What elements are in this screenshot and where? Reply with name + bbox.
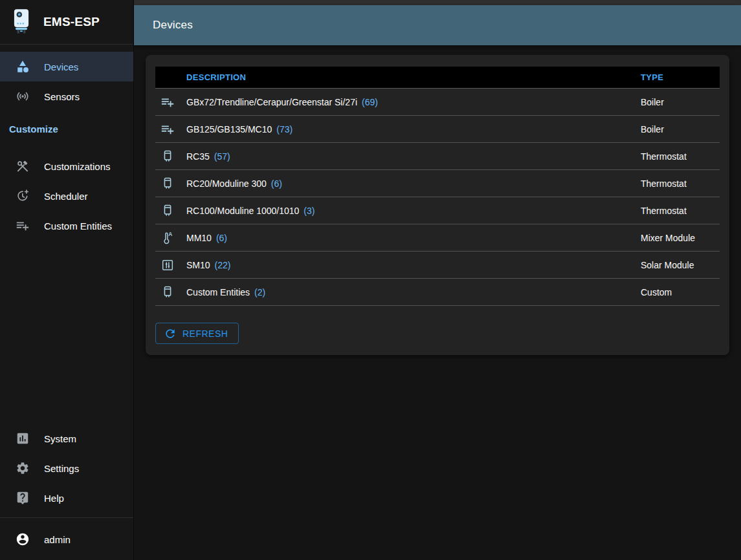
playlist-add-icon [16, 219, 30, 233]
settings-gear-icon [16, 461, 30, 475]
device-type: Thermostat [641, 151, 720, 162]
sidebar-item-help[interactable]: Help [0, 483, 133, 513]
refresh-icon [164, 327, 177, 340]
sidebar-item-custom-entities[interactable]: Custom Entities [0, 211, 133, 241]
device-entity-count: (6) [216, 233, 227, 243]
svg-text:A: A [168, 232, 172, 237]
table-row[interactable]: SM10(22) Solar Module [155, 252, 720, 279]
more-time-icon [16, 189, 30, 203]
column-header-description: DESCRIPTION [186, 72, 641, 82]
app-title: EMS-ESP [43, 15, 100, 29]
devices-card: DESCRIPTION TYPE GBx72/Trendline/Cerapur… [146, 55, 729, 355]
sidebar-header: EMS-ESP [0, 0, 133, 45]
sidebar-item-label: Custom Entities [44, 221, 112, 232]
device-description: GB125/GB135/MC10 [186, 124, 272, 135]
category-icon [16, 59, 30, 74]
sidebar-divider [0, 517, 133, 518]
sidebar-section-customize: Customize [0, 123, 133, 136]
device-icon [155, 149, 186, 164]
refresh-button-label: REFRESH [182, 328, 228, 339]
sidebar-item-devices[interactable]: Devices [0, 52, 133, 81]
column-header-type: TYPE [641, 72, 720, 82]
table-row[interactable]: A MM10(6) Mixer Module [155, 224, 720, 252]
sidebar-spacer [0, 241, 133, 424]
device-type: Boiler [641, 97, 720, 107]
account-circle-icon [16, 532, 30, 546]
appbar: Devices [134, 5, 741, 45]
refresh-button[interactable]: REFRESH [155, 323, 239, 344]
device-icon [155, 177, 186, 191]
device-description: GBx72/Trendline/Cerapur/Greenstar Si/27i [186, 97, 357, 107]
table-row[interactable]: RC100/Moduline 1000/1010(3) Thermostat [155, 197, 720, 224]
device-entity-count: (3) [304, 206, 315, 216]
sidebar-user-admin[interactable]: admin [0, 524, 133, 554]
user-name: admin [44, 534, 71, 545]
table-row[interactable]: GB125/GB135/MC10(73) Boiler [155, 116, 720, 143]
page-title: Devices [153, 19, 193, 32]
boiler-logo-icon [9, 8, 34, 36]
sidebar-customize-nav: Customizations Scheduler Custom Entities [0, 151, 133, 241]
main-area: Devices DESCRIPTION TYPE GBx72/Trendline… [134, 0, 741, 560]
table-row[interactable]: RC35(57) Thermostat [155, 143, 720, 170]
device-entity-count: (2) [254, 287, 265, 297]
solar-module-icon [155, 258, 186, 272]
devices-table: DESCRIPTION TYPE GBx72/Trendline/Cerapur… [155, 67, 720, 306]
sidebar-item-scheduler[interactable]: Scheduler [0, 181, 133, 211]
device-entity-count: (22) [215, 260, 231, 270]
table-row[interactable]: Custom Entities(2) Custom [155, 279, 720, 306]
sidebar-nav: Devices Sensors [0, 45, 133, 111]
device-icon [155, 204, 186, 218]
sidebar-item-sensors[interactable]: Sensors [0, 81, 133, 111]
sidebar-item-label: System [44, 433, 76, 444]
device-type: Thermostat [641, 178, 720, 189]
analytics-icon [16, 431, 30, 446]
construction-icon [16, 159, 30, 173]
sidebar-item-settings[interactable]: Settings [0, 453, 133, 483]
device-entity-count: (6) [271, 178, 282, 189]
sensors-icon [16, 89, 30, 103]
top-strip [134, 0, 741, 5]
device-description: SM10 [186, 260, 210, 270]
table-row[interactable]: GBx72/Trendline/Cerapur/Greenstar Si/27i… [155, 89, 720, 116]
sidebar-item-label: Customizations [44, 161, 111, 172]
content: DESCRIPTION TYPE GBx72/Trendline/Cerapur… [134, 45, 741, 560]
device-entity-count: (73) [276, 124, 293, 135]
device-description: RC100/Moduline 1000/1010 [186, 206, 299, 216]
device-type: Boiler [641, 124, 720, 135]
device-entity-count: (57) [214, 151, 230, 162]
table-row[interactable]: RC20/Moduline 300(6) Thermostat [155, 170, 720, 197]
help-icon [16, 491, 30, 505]
sidebar-item-customizations[interactable]: Customizations [0, 151, 133, 181]
sidebar: EMS-ESP Devices [0, 0, 134, 560]
device-icon [155, 285, 186, 299]
sidebar-item-label: Settings [44, 463, 79, 474]
device-type: Custom [641, 287, 720, 297]
device-entity-count: (69) [362, 97, 378, 107]
device-type: Solar Module [641, 260, 720, 270]
device-description: MM10 [186, 233, 212, 243]
playlist-add-icon [155, 95, 186, 109]
thermostat-auto-icon: A [155, 231, 186, 245]
device-description: RC35 [186, 151, 210, 162]
sidebar-item-label: Scheduler [44, 191, 88, 202]
device-type: Thermostat [641, 206, 720, 216]
device-type: Mixer Module [641, 233, 720, 243]
sidebar-item-label: Sensors [44, 91, 80, 102]
sidebar-bottom-nav: System Settings Help [0, 424, 133, 513]
sidebar-item-system[interactable]: System [0, 424, 133, 453]
sidebar-item-label: Help [44, 493, 64, 504]
device-description: Custom Entities [186, 287, 250, 297]
device-description: RC20/Moduline 300 [186, 178, 267, 189]
sidebar-item-label: Devices [44, 61, 78, 72]
playlist-add-icon [155, 122, 186, 136]
table-header-row: DESCRIPTION TYPE [155, 67, 720, 89]
